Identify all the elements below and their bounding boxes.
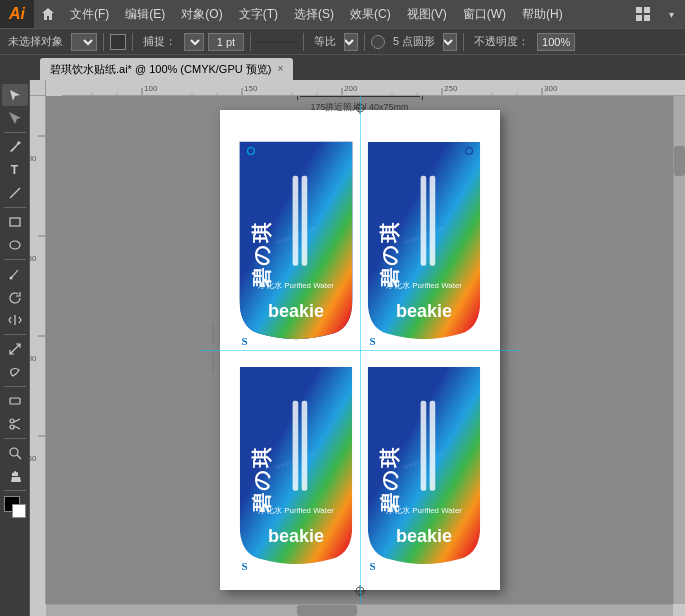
- separator-6: [463, 33, 464, 51]
- svg-point-14: [10, 448, 18, 456]
- s-mark-2: S: [370, 335, 376, 347]
- reflect-tool-button[interactable]: [2, 309, 28, 331]
- ruler-corner: [30, 80, 46, 96]
- layout-icon[interactable]: [629, 0, 657, 28]
- select-dropdown[interactable]: [71, 33, 97, 51]
- canvas[interactable]: 175拼近照片 / 40x75mm: [46, 96, 673, 604]
- separator-3: [250, 33, 251, 51]
- hand-tool-button[interactable]: [2, 465, 28, 487]
- menu-object[interactable]: 对象(O): [173, 0, 230, 28]
- svg-text:150: 150: [30, 254, 37, 263]
- menu-window[interactable]: 窗口(W): [455, 0, 514, 28]
- svg-line-5: [10, 188, 20, 198]
- equal-label: 等比: [310, 34, 340, 49]
- separator-2: [132, 33, 133, 51]
- points-label: 5 点圆形: [389, 34, 439, 49]
- eraser-tool-button[interactable]: [2, 390, 28, 412]
- home-icon[interactable]: [34, 0, 62, 28]
- active-tab[interactable]: 碧琪饮水贴纸.ai* @ 100% (CMYK/GPU 预览) ×: [40, 58, 293, 80]
- menu-select[interactable]: 选择(S): [286, 0, 342, 28]
- warp-tool-button[interactable]: [2, 361, 28, 383]
- line-tool-button[interactable]: [2, 182, 28, 204]
- brush-tool-button[interactable]: [2, 263, 28, 285]
- svg-rect-9: [10, 398, 20, 404]
- tool-sep-1: [4, 132, 26, 133]
- equal-dropdown[interactable]: [344, 33, 358, 51]
- svg-text:200: 200: [344, 84, 358, 93]
- type-tool-button[interactable]: T: [2, 159, 28, 181]
- brush-shape-icon[interactable]: [371, 35, 385, 49]
- svg-point-8: [9, 277, 12, 280]
- svg-text:100: 100: [30, 154, 37, 163]
- scrollbar-bottom-right: [673, 604, 685, 616]
- tab-close-button[interactable]: ×: [277, 58, 283, 80]
- s-mark-4: S: [370, 560, 376, 572]
- opacity-label: 不透明度：: [470, 34, 533, 49]
- points-dropdown[interactable]: [443, 33, 457, 51]
- scissors-tool-button[interactable]: [2, 413, 28, 435]
- svg-rect-57: [429, 176, 435, 266]
- menu-text[interactable]: 文字(T): [231, 0, 286, 28]
- menu-help[interactable]: 帮助(H): [514, 0, 571, 28]
- ellipse-tool-button[interactable]: [2, 234, 28, 256]
- svg-line-15: [17, 455, 21, 459]
- stroke-preview: [257, 41, 297, 43]
- properties-toolbar: 未选择对象 捕捉： 等比 5 点圆形 不透明度：: [0, 28, 685, 54]
- menu-file[interactable]: 文件(F): [62, 0, 117, 28]
- s-mark-3: S: [242, 560, 248, 572]
- svg-rect-71: [420, 401, 426, 491]
- svg-rect-2: [636, 15, 642, 21]
- separator-5: [364, 33, 365, 51]
- svg-text:净化水 Purified Water: 净化水 Purified Water: [258, 506, 334, 515]
- svg-text:碧の琪: 碧の琪: [377, 446, 399, 513]
- vertical-scrollbar[interactable]: [673, 96, 685, 604]
- rectangle-tool-button[interactable]: [2, 211, 28, 233]
- menu-bar: Ai 文件(F) 编辑(E) 对象(O) 文字(T) 选择(S) 效果(C) 视…: [0, 0, 685, 28]
- svg-text:碧の琪: 碧の琪: [377, 221, 399, 288]
- scale-tool-button[interactable]: [2, 338, 28, 360]
- svg-text:100: 100: [144, 84, 158, 93]
- fill-color-swatch[interactable]: [110, 34, 126, 50]
- svg-text:150: 150: [244, 84, 258, 93]
- svg-rect-56: [420, 176, 426, 266]
- svg-line-13: [14, 426, 20, 429]
- menu-effect[interactable]: 效果(C): [342, 0, 399, 28]
- tool-sep-7: [4, 490, 26, 491]
- s-mark-1: S: [242, 335, 248, 347]
- color-picker[interactable]: [4, 496, 26, 518]
- scrollbar-v-thumb[interactable]: [674, 146, 685, 176]
- ruler-row: 100 150 200 250 300: [30, 80, 685, 96]
- tab-label: 碧琪饮水贴纸.ai* @ 100% (CMYK/GPU 预览): [50, 58, 271, 80]
- toolbox: T: [0, 80, 30, 616]
- svg-rect-64: [292, 401, 298, 491]
- selection-tool-button[interactable]: [2, 84, 28, 106]
- horizontal-scrollbar[interactable]: [46, 604, 673, 616]
- dropdown-icon[interactable]: ▾: [657, 0, 685, 28]
- svg-text:碧の琪: 碧の琪: [249, 221, 271, 288]
- svg-point-11: [10, 425, 14, 429]
- scrollbar-corner: [30, 604, 46, 616]
- svg-rect-72: [429, 401, 435, 491]
- sticker-4: 碧の琪 beakie 净化水 Purified Water www.fw.com…: [362, 355, 486, 576]
- menu-view[interactable]: 视图(V): [399, 0, 455, 28]
- zoom-tool-button[interactable]: [2, 442, 28, 464]
- artboard: 175拼近照片 / 40x75mm: [220, 110, 500, 590]
- opacity-input[interactable]: [537, 33, 575, 51]
- menu-edit[interactable]: 编辑(E): [117, 0, 173, 28]
- svg-rect-1: [644, 7, 650, 13]
- select-object-label: 未选择对象: [4, 34, 67, 49]
- svg-rect-65: [301, 401, 307, 491]
- background-color[interactable]: [12, 504, 26, 518]
- scrollbar-h-thumb[interactable]: [297, 605, 357, 616]
- svg-rect-0: [636, 7, 642, 13]
- svg-rect-3: [644, 15, 650, 21]
- stroke-width-input[interactable]: [208, 33, 244, 51]
- pen-tool-button[interactable]: [2, 136, 28, 158]
- capture-dropdown[interactable]: [184, 33, 204, 51]
- rotate-tool-button[interactable]: [2, 286, 28, 308]
- tool-sep-4: [4, 334, 26, 335]
- tool-sep-5: [4, 386, 26, 387]
- direct-selection-tool-button[interactable]: [2, 107, 28, 129]
- ruler-horizontal: 100 150 200 250 300: [62, 80, 685, 96]
- ai-logo: Ai: [0, 0, 34, 28]
